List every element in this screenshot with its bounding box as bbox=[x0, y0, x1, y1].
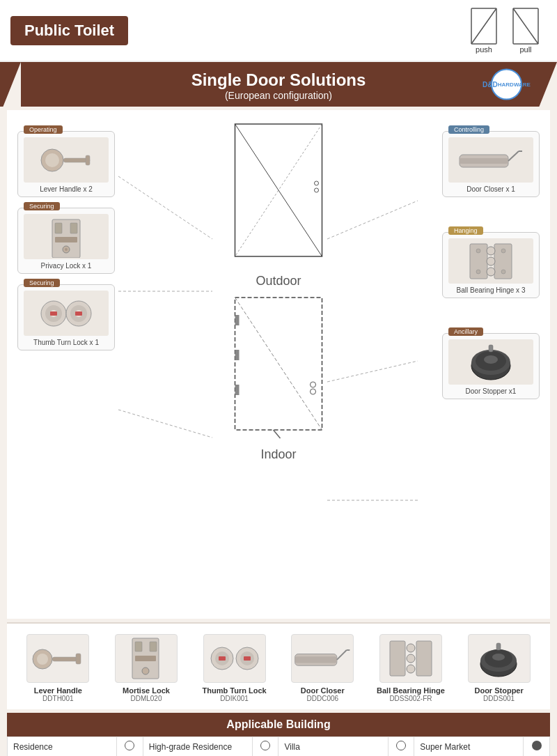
svg-line-8 bbox=[327, 361, 418, 382]
building-name-cell: Residence bbox=[8, 737, 117, 757]
product-mortise-img bbox=[115, 634, 178, 683]
svg-line-4 bbox=[118, 176, 212, 239]
securing-badge-1: Securing bbox=[24, 202, 60, 210]
lever-handle-label: Lever Handle x 2 bbox=[24, 185, 109, 193]
product-lever-handle-img bbox=[26, 634, 89, 683]
svg-rect-27 bbox=[75, 311, 82, 316]
door-type-icons: push pull bbox=[470, 7, 540, 54]
right-components: Controlling Door Closer x 1 Hanging bbox=[442, 131, 540, 410]
svg-rect-73 bbox=[244, 656, 251, 661]
product-stopper-code: DDDS001 bbox=[461, 695, 538, 702]
svg-rect-42 bbox=[460, 158, 508, 164]
indoor-door-svg bbox=[218, 294, 340, 444]
door-closer-image bbox=[448, 137, 533, 183]
door-diagrams: Outdoor Indoor bbox=[218, 121, 340, 462]
hanging-badge: Hanging bbox=[448, 226, 483, 235]
svg-line-40 bbox=[274, 430, 281, 438]
dd-logo: D&DHARDWARE bbox=[491, 69, 522, 100]
product-mortise-lock: Mortise Lock DDML020 bbox=[108, 634, 185, 702]
svg-rect-15 bbox=[55, 223, 62, 233]
svg-point-60 bbox=[37, 654, 48, 665]
svg-point-47 bbox=[487, 247, 495, 255]
empty-circle-icon bbox=[260, 741, 270, 750]
svg-point-11 bbox=[45, 153, 59, 167]
hinge-component: Hanging Ball Bearing Hinge x 3 bbox=[442, 232, 540, 298]
empty-circle-icon bbox=[396, 741, 406, 750]
banner-subtitle: (European configuration) bbox=[0, 90, 557, 101]
outdoor-door-svg bbox=[218, 121, 340, 270]
product-lever-handle: Lever Handle DDTH001 bbox=[19, 634, 96, 702]
header: Public Toilet push pull bbox=[0, 0, 557, 62]
push-door-icon: push bbox=[470, 7, 498, 54]
product-stopper-name: Door Stopper bbox=[461, 686, 538, 695]
operating-badge: Operating bbox=[24, 125, 63, 134]
privacy-lock-component: Securing Privacy Lock x 1 bbox=[17, 208, 115, 274]
svg-line-6 bbox=[118, 410, 212, 438]
product-door-closer-img bbox=[291, 634, 354, 683]
securing-badge-2: Securing bbox=[24, 279, 60, 287]
building-table: ResidenceHigh-grade ResidenceVillaSuper … bbox=[7, 736, 550, 756]
svg-point-82 bbox=[407, 665, 415, 673]
product-hinge-code: DDSS002-FR bbox=[372, 695, 449, 702]
product-thumb-turn-img bbox=[203, 634, 266, 683]
banner: Single Door Solutions (European configur… bbox=[0, 62, 557, 107]
svg-rect-13 bbox=[86, 155, 90, 165]
hinge-image bbox=[448, 238, 533, 284]
svg-rect-23 bbox=[50, 311, 57, 316]
pull-label: pull bbox=[519, 45, 531, 54]
product-stopper: Door Stopper DDDS001 bbox=[461, 634, 538, 702]
svg-rect-17 bbox=[55, 237, 77, 242]
svg-point-49 bbox=[487, 268, 495, 276]
svg-line-43 bbox=[508, 151, 519, 161]
pull-door-icon: pull bbox=[512, 7, 540, 54]
controlling-badge: Controlling bbox=[448, 125, 489, 134]
svg-point-80 bbox=[407, 644, 415, 652]
svg-rect-16 bbox=[70, 223, 77, 233]
svg-rect-75 bbox=[295, 656, 337, 663]
product-lever-code: DDTH001 bbox=[19, 695, 96, 702]
svg-point-52 bbox=[501, 249, 505, 253]
product-hinge-img bbox=[379, 634, 442, 683]
thumb-turn-image bbox=[24, 291, 109, 336]
stopper-component: Ancillary Door Stopper x1 bbox=[442, 333, 540, 399]
building-name-cell: Super Market bbox=[414, 737, 524, 757]
product-closer-code: DDDC006 bbox=[284, 695, 361, 702]
product-mortise-name: Mortise Lock bbox=[108, 686, 185, 695]
products-row: Lever Handle DDTH001 Mortise Lock DDML02… bbox=[7, 622, 550, 709]
indoor-label: Indoor bbox=[218, 447, 340, 462]
product-thumb-name: Thumb Turn Lock bbox=[196, 686, 273, 695]
empty-circle-icon bbox=[125, 741, 134, 750]
svg-rect-70 bbox=[219, 656, 226, 661]
building-name-cell: High-grade Residence bbox=[143, 737, 252, 757]
svg-point-51 bbox=[476, 270, 480, 274]
svg-rect-64 bbox=[135, 642, 142, 651]
diagram-area: Operating Lever Handle x 2 Securing bbox=[7, 110, 550, 619]
stopper-label: Door Stopper x1 bbox=[448, 387, 533, 395]
svg-point-19 bbox=[65, 248, 68, 251]
svg-rect-58 bbox=[489, 345, 493, 352]
svg-line-1 bbox=[471, 8, 496, 44]
svg-rect-36 bbox=[235, 350, 240, 360]
building-icon-cell bbox=[252, 737, 278, 757]
product-stopper-img bbox=[468, 634, 531, 683]
product-hinge-name: Ball Bearing Hinge bbox=[372, 686, 449, 695]
svg-rect-35 bbox=[235, 315, 240, 325]
svg-point-81 bbox=[407, 654, 415, 663]
svg-line-3 bbox=[513, 8, 538, 44]
lever-handle-component: Operating Lever Handle x 2 bbox=[17, 131, 115, 197]
thumb-turn-component: Securing Thumb Turn Lock x 1 bbox=[17, 284, 115, 350]
svg-line-7 bbox=[327, 201, 418, 239]
hinge-label: Ball Bearing Hinge x 3 bbox=[448, 286, 533, 294]
product-door-closer: Door Closer DDDC006 bbox=[284, 634, 361, 702]
svg-point-67 bbox=[142, 668, 149, 674]
svg-point-86 bbox=[492, 654, 505, 661]
product-thumb-code: DDIK001 bbox=[196, 695, 273, 702]
svg-point-39 bbox=[311, 389, 316, 394]
building-header: Applicable Building bbox=[7, 713, 550, 736]
svg-point-57 bbox=[484, 355, 498, 364]
page-title: Public Toilet bbox=[10, 16, 128, 45]
building-icon-cell bbox=[524, 737, 550, 757]
thumb-turn-label: Thumb Turn Lock x 1 bbox=[24, 339, 109, 346]
svg-rect-87 bbox=[496, 643, 501, 650]
svg-rect-65 bbox=[150, 642, 157, 651]
